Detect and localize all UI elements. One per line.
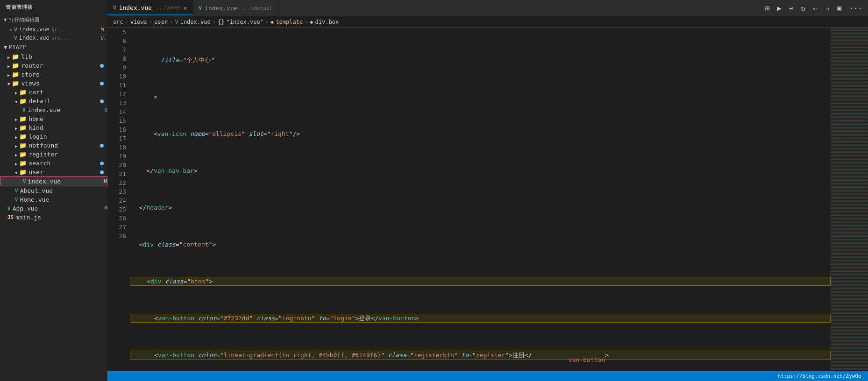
folder-label: router [21,62,43,69]
folder-label: store [21,71,39,78]
code-span: #7232dd [224,314,249,323]
chevron-down-icon: ▼ [4,17,7,23]
open-editor-item-2[interactable]: ✕ V index.vue src... U [0,34,107,42]
line-num-8: 8 [107,54,126,63]
code-span: =" [179,56,187,64]
skip-back-icon[interactable]: ⇐ [813,4,818,13]
code-span: > [168,203,172,212]
breadcrumb-template[interactable]: template [276,19,303,25]
code-span: color [198,314,216,323]
modified-dot [100,64,104,68]
code-span: </ [132,166,154,175]
sidebar-item-cart[interactable]: 📁 cart [0,88,107,97]
folder-label: kind [28,124,43,131]
forward-icon[interactable]: ↻ [801,4,806,13]
code-area: 5 6 7 8 9 10 11 12 13 14 15 16 17 18 19 … [107,28,868,371]
folder-closed-icon [15,160,17,167]
tab-close-button[interactable]: ✕ [183,4,187,12]
sidebar: 资源管理器 ▼ 打开的编辑器 ✕ V index.vue sr... M ✕ V… [0,0,107,381]
line-num-20: 20 [107,161,126,169]
tab-active-indicator [107,14,193,15]
line-num-26: 26 [107,214,126,223]
breadcrumb-sep-2: › [149,19,152,25]
code-span: div [150,277,161,286]
sidebar-item-login[interactable]: 📁 login [0,132,107,141]
code-span: < [132,351,158,360]
file-label: index.vue [28,178,61,185]
breadcrumb: src › views › user › V index.vue › {} "i… [107,16,868,28]
sidebar-item-main-js[interactable]: JS main.js [0,213,107,222]
split-editor-icon[interactable]: ⊞ [765,4,770,13]
code-span: =" [205,129,213,138]
code-span: color [198,351,216,360]
sidebar-item-views[interactable]: 📁 views [0,79,107,88]
breadcrumb-divbox[interactable]: div.box [315,19,339,25]
sidebar-item-home[interactable]: 📁 home [0,114,107,123]
breadcrumb-user[interactable]: user [154,19,168,25]
sidebar-item-about-vue[interactable]: V About.vue [0,186,107,195]
breadcrumb-sep-5: › [265,19,269,25]
status-url: https://blog.csdn.net/ZywOo_ [778,373,864,379]
folder-closed-icon [15,133,17,140]
sidebar-item-user[interactable]: 📁 user [0,168,107,176]
code-span: van-nav-bar [154,166,194,175]
code-span: =" [216,314,224,323]
sidebar-item-search[interactable]: 📁 search [0,159,107,168]
skip-forward-icon[interactable]: ⇒ [825,4,830,13]
line-num-18: 18 [107,143,126,152]
sidebar-item-kind[interactable]: 📁 kind [0,123,107,132]
open-editor-item-1[interactable]: ✕ V index.vue sr... M [0,25,107,34]
breadcrumb-vue-icon: V [175,19,178,25]
sidebar-item-lib[interactable]: 📁 lib [0,52,107,61]
sidebar-item-notfound[interactable]: 📁 notfound [0,141,107,150]
sidebar-title: 资源管理器 [0,0,107,14]
line-num-14: 14 [107,107,126,116]
sidebar-item-detail-index[interactable]: V index.vue U [0,106,107,114]
folder-closed-icon [15,124,17,131]
modified-badge: M [104,178,107,184]
code-span: name [190,129,205,138]
sidebar-item-register[interactable]: 📁 register [0,150,107,159]
vue-tab-icon: V [199,5,202,11]
js-icon: JS [7,214,14,220]
project-root[interactable]: ▼ MYAPP [0,42,107,52]
breadcrumb-views[interactable]: views [130,19,147,25]
more-icon[interactable]: ··· [849,4,862,13]
open-editors-label: 打开的编辑器 [9,16,40,23]
sidebar-item-detail[interactable]: 📁 detail [0,97,107,106]
folder-label: detail [28,98,50,105]
code-content[interactable]: title="个人中心" > <van-icon name="ellipsis"… [130,28,831,371]
back-icon[interactable]: ↩ [789,4,794,13]
breadcrumb-src[interactable]: src [113,19,123,25]
sidebar-item-user-index[interactable]: V index.vue M [0,176,107,186]
code-span: " [242,129,249,138]
code-span: to [461,351,469,360]
breadcrumb-index-vue[interactable]: index.vue [180,19,211,25]
code-span: linear-gradient(to right, #4bb0ff, #6149… [224,351,381,360]
folder-closed-icon [15,89,17,96]
tab-detail-index[interactable]: V index.vue ...\detail [193,0,278,16]
tab-user-index[interactable]: V index.vue ...\user ✕ [107,0,193,16]
folder-label: login [28,133,47,140]
folder-label: views [21,80,39,87]
modified-dot [100,170,104,174]
line-num-11: 11 [107,81,126,90]
breadcrumb-sep-6: › [305,19,308,25]
play-icon[interactable]: ▶ [777,4,782,13]
vue-icon: V [7,205,11,212]
code-span: =" [406,351,414,360]
close-icon[interactable]: ✕ [9,27,12,32]
modified-dot [100,162,104,165]
sidebar-item-router[interactable]: 📁 router [0,61,107,70]
folder-closed-icon [15,115,17,122]
file-path: src... [51,35,70,41]
breadcrumb-index-vue-2[interactable]: "index.vue" [226,19,263,25]
modified-badge: M [100,27,104,33]
folder-closed-icon [15,151,17,158]
sidebar-item-app-vue[interactable]: V App.vue M [0,204,107,213]
code-span: < [132,240,142,249]
open-editors-section[interactable]: ▼ 打开的编辑器 [0,14,107,25]
sidebar-item-home-vue[interactable]: V Home.vue [0,195,107,204]
layout-icon[interactable]: ▣ [837,4,841,13]
sidebar-item-store[interactable]: 📁 store [0,70,107,79]
